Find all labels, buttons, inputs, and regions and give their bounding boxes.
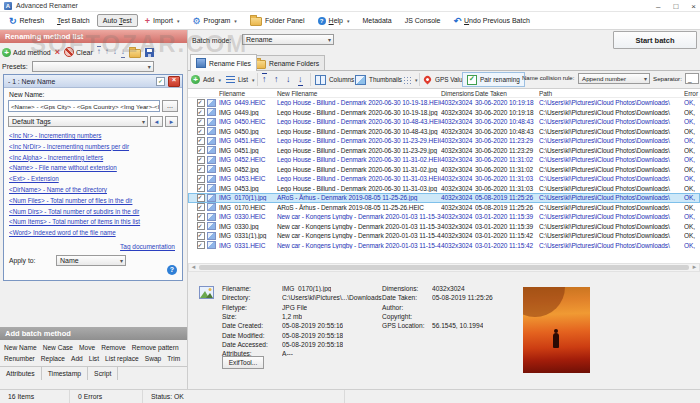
remove-method-button[interactable]: × — [55, 47, 60, 57]
batch-method-link[interactable]: Swap — [145, 355, 162, 362]
batch-method-tab[interactable]: Attributes — [0, 367, 42, 380]
column-header[interactable]: Path — [539, 90, 684, 97]
toolbar-button-metadata[interactable]: Metadata — [357, 14, 398, 27]
tags-next-button[interactable]: ► — [165, 116, 178, 127]
row-checkbox[interactable] — [197, 108, 205, 116]
batch-method-link[interactable]: New Name — [4, 344, 37, 351]
table-row[interactable]: IMG_0330.HEICNew car - Kongens Lyngby - … — [188, 212, 700, 222]
batch-method-link[interactable]: Remove — [101, 344, 126, 351]
batch-method-link[interactable]: Renumber — [4, 355, 35, 362]
tag-link[interactable]: <Num Dirs> - Total number of subdirs in … — [9, 207, 178, 218]
help-icon[interactable] — [167, 265, 177, 275]
file-move-bottom-button[interactable]: ↓ — [298, 71, 303, 88]
batch-method-link[interactable]: Remove pattern — [132, 344, 179, 351]
table-row[interactable]: IMG_0170(1).jpgARoS - Århus - Denmark 20… — [188, 193, 700, 203]
column-header[interactable]: Dimensions — [441, 90, 475, 97]
batch-method-link[interactable]: Replace — [41, 355, 65, 362]
toolbar-button-program[interactable]: ⚙Program▾ — [186, 14, 242, 28]
table-row[interactable]: IMG_0449.HEICLego House - Billund - Denm… — [188, 98, 700, 108]
table-row[interactable]: IMG_0450.HEICLego House - Billund - Denm… — [188, 117, 700, 127]
row-checkbox[interactable] — [197, 165, 205, 173]
tags-dropdown[interactable]: Default Tags — [8, 116, 148, 127]
list-menu-button[interactable]: List ▾ — [226, 71, 254, 88]
table-row[interactable]: IMG_0331(1).jpgNew car - Kongens Lyngby … — [188, 231, 700, 241]
tag-link[interactable]: <Ext> - Extension — [9, 174, 178, 185]
tag-documentation-link[interactable]: Tag documentation — [120, 243, 175, 250]
toolbar-button-test-batch[interactable]: Test Batch — [51, 14, 96, 27]
table-row[interactable]: IMG_0450.jpgLego House - Billund - Denma… — [188, 127, 700, 137]
row-checkbox[interactable] — [197, 118, 205, 126]
tag-link[interactable]: <Name> - File name without extension — [9, 163, 178, 174]
move-bottom-button[interactable]: ↓ — [121, 48, 125, 56]
scrollbar-thumb[interactable] — [199, 265, 689, 270]
table-row[interactable]: IMG_0453.HEICLego House - Billund - Denm… — [188, 174, 700, 184]
tag-link[interactable]: <Inc Nr> - Incrementing numbers — [9, 131, 178, 142]
batch-method-link[interactable]: List replace — [105, 355, 139, 362]
pair-renaming-checkbox[interactable] — [467, 75, 477, 85]
toolbar-button-js-console[interactable]: JS Console — [399, 14, 447, 27]
table-row[interactable]: IMG_0331.HEICNew car - Kongens Lyngby - … — [188, 241, 700, 251]
row-checkbox[interactable] — [197, 241, 205, 249]
tab-rename-files[interactable]: Rename Files — [190, 54, 257, 71]
row-checkbox[interactable] — [197, 127, 205, 135]
collision-rule-dropdown[interactable]: Append number — [578, 73, 650, 84]
table-row[interactable]: IMG_0330.jpgNew car - Kongens Lyngby - D… — [188, 222, 700, 232]
row-checkbox[interactable] — [197, 213, 205, 221]
tags-prev-button[interactable]: ◄ — [150, 116, 163, 127]
row-checkbox[interactable] — [197, 156, 205, 164]
save-preset-icon[interactable] — [145, 48, 154, 57]
more-button[interactable]: ... — [162, 100, 178, 112]
scroll-right-icon[interactable]: ► — [690, 264, 699, 271]
toolbar-button-auto-test[interactable]: Auto Test — [97, 14, 138, 27]
batch-mode-dropdown[interactable]: Rename — [242, 34, 334, 45]
file-move-down-button[interactable]: ↓ — [286, 71, 291, 88]
clear-button[interactable]: Clear — [64, 47, 93, 57]
open-preset-icon[interactable] — [129, 49, 141, 58]
file-move-up-button[interactable]: ↑ — [274, 71, 279, 88]
row-checkbox[interactable] — [197, 232, 205, 240]
tag-link[interactable]: <Word> Indexed word of the file name — [9, 228, 178, 239]
apply-to-dropdown[interactable]: Name — [56, 255, 126, 266]
toolbar-button-folder-panel[interactable]: Folder Panel — [244, 12, 311, 29]
tab-rename-folders[interactable]: Rename Folders — [248, 55, 325, 70]
batch-method-link[interactable]: Move — [79, 344, 95, 351]
move-top-button[interactable]: ↑ — [97, 48, 101, 56]
separator-input[interactable]: _ — [685, 73, 699, 84]
column-header[interactable]: Filename — [219, 90, 277, 97]
method-close-button[interactable] — [168, 76, 180, 87]
columns-button[interactable]: Columns — [315, 71, 354, 88]
column-header[interactable]: Date Taken — [475, 90, 539, 97]
batch-method-link[interactable]: New Case — [43, 344, 73, 351]
row-checkbox[interactable] — [197, 203, 205, 211]
new-name-input[interactable]: <Name> - <Gps City> - <Gps Country> <Img… — [8, 100, 160, 112]
start-batch-button[interactable]: Start batch — [613, 31, 697, 49]
thumbnail-size-button[interactable]: ▾ — [403, 71, 418, 88]
method-enabled-checkbox[interactable] — [156, 77, 165, 86]
row-checkbox[interactable] — [197, 194, 205, 202]
move-up-button[interactable]: ↑ — [105, 48, 109, 56]
row-checkbox[interactable] — [197, 175, 205, 183]
minimize-button[interactable]: – — [656, 2, 660, 11]
toolbar-button-refresh[interactable]: ↻Refresh — [3, 14, 50, 28]
tag-link[interactable]: <Num Items> - Total number of items in t… — [9, 217, 178, 228]
table-row[interactable]: IMG_0449.jpgLego House - Billund - Denma… — [188, 108, 700, 118]
close-button[interactable]: × — [691, 2, 696, 11]
add-files-button[interactable]: Add ▾ — [191, 71, 221, 88]
batch-method-link[interactable]: Add — [71, 355, 83, 362]
row-checkbox[interactable] — [197, 99, 205, 107]
row-checkbox[interactable] — [197, 146, 205, 154]
scroll-left-icon[interactable]: ◄ — [189, 264, 198, 271]
tag-link[interactable]: <DirName> - Name of the directory — [9, 185, 178, 196]
pair-renaming-toggle[interactable]: Pair renaming — [462, 72, 525, 87]
exiftool-button[interactable]: ExifTool... — [222, 356, 264, 369]
table-row[interactable]: IMG_0452.HEICLego House - Billund - Denm… — [188, 155, 700, 165]
table-row[interactable]: IMG_0452.jpgLego House - Billund - Denma… — [188, 165, 700, 175]
batch-method-link[interactable]: Trim — [167, 355, 180, 362]
batch-method-tab[interactable]: Script — [88, 367, 118, 380]
file-move-top-button[interactable]: ↑ — [262, 71, 267, 88]
column-header[interactable]: New Filename — [277, 90, 441, 97]
move-down-button[interactable]: ↓ — [113, 48, 117, 56]
toolbar-button-import[interactable]: +Import▾ — [139, 14, 186, 28]
maximize-button[interactable]: □ — [673, 2, 678, 11]
toolbar-button-help[interactable]: Help▾ — [312, 14, 356, 28]
